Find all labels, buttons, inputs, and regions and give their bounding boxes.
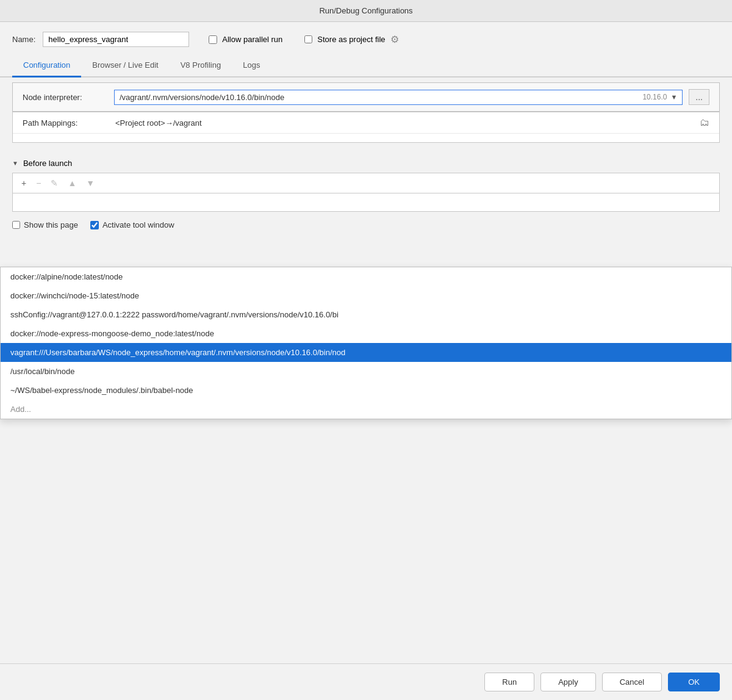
apply-button[interactable]: Apply <box>540 673 596 691</box>
dropdown-item-4[interactable]: vagrant:///Users/barbara/WS/node_express… <box>1 343 731 362</box>
activate-tool-window-label: Activate tool window <box>90 220 174 229</box>
store-as-project-label: Store as project file <box>317 35 385 44</box>
dropdown-item-0[interactable]: docker://alpine/node:latest/node <box>1 267 731 286</box>
activate-tool-window-checkbox[interactable] <box>90 221 99 229</box>
move-down-button[interactable]: ▼ <box>84 177 97 189</box>
show-this-page-checkbox[interactable] <box>12 221 20 229</box>
toolbar-row: + − ✎ ▲ ▼ <box>12 173 720 193</box>
store-as-project-group: Store as project file ⚙ <box>304 34 398 45</box>
allow-parallel-checkbox[interactable] <box>209 35 217 44</box>
run-button[interactable]: Run <box>484 673 534 691</box>
name-input[interactable] <box>43 32 189 47</box>
path-mappings-label: Path Mappings: <box>23 118 108 128</box>
folder-icon[interactable]: 🗂 <box>700 117 709 128</box>
before-launch-label: Before launch <box>23 159 72 168</box>
header-section: Name: Allow parallel run Store as projec… <box>0 22 732 54</box>
path-row: Path Mappings: 🗂 <box>13 112 719 134</box>
dropdown-item-5[interactable]: /usr/local/bin/node <box>1 362 731 381</box>
show-this-page-label: Show this page <box>12 220 78 229</box>
dropdown-item-3[interactable]: docker://node-express-mongoose-demo_node… <box>1 324 731 343</box>
interpreter-value: /vagrant/.nvm/versions/node/v10.16.0/bin… <box>120 93 642 102</box>
allow-parallel-group: Allow parallel run <box>209 35 282 44</box>
tab-v8-profiling[interactable]: V8 Profiling <box>170 54 232 78</box>
dialog-title: Run/Debug Configurations <box>319 6 412 15</box>
add-button[interactable]: + <box>19 177 29 189</box>
interpreter-select[interactable]: /vagrant/.nvm/versions/node/v10.16.0/bin… <box>114 90 683 105</box>
bottom-checkboxes: Show this page Activate tool window <box>0 212 732 238</box>
dropdown-arrow-icon: ▼ <box>670 93 677 101</box>
dropdown-overlay: docker://alpine/node:latest/node docker:… <box>0 267 732 419</box>
tabs-bar: Configuration Browser / Live Edit V8 Pro… <box>0 54 732 78</box>
before-launch-list <box>12 193 720 212</box>
ok-button[interactable]: OK <box>668 673 720 691</box>
dropdown-item-2[interactable]: sshConfig://vagrant@127.0.0.1:2222 passw… <box>1 305 731 324</box>
tab-browser-live-edit[interactable]: Browser / Live Edit <box>81 54 169 78</box>
interpreter-label: Node interpreter: <box>23 93 108 102</box>
gear-icon[interactable]: ⚙ <box>390 34 399 45</box>
cancel-button[interactable]: Cancel <box>602 673 662 691</box>
tab-logs[interactable]: Logs <box>232 54 271 78</box>
remove-button[interactable]: − <box>34 177 43 189</box>
interpreter-browse-button[interactable]: ... <box>689 89 709 105</box>
dialog: Run/Debug Configurations Name: Allow par… <box>0 0 732 700</box>
allow-parallel-label: Allow parallel run <box>222 35 282 44</box>
path-mappings-input[interactable] <box>115 118 692 128</box>
dropdown-item-6[interactable]: ~/WS/babel-express/node_modules/.bin/bab… <box>1 381 731 400</box>
path-mappings-section: Path Mappings: 🗂 <box>12 112 720 143</box>
before-launch-header: ▼ Before launch <box>12 159 720 168</box>
main-content: Node interpreter: /vagrant/.nvm/versions… <box>0 78 732 663</box>
edit-button[interactable]: ✎ <box>48 177 60 189</box>
footer: Run Apply Cancel OK <box>0 663 732 700</box>
title-bar: Run/Debug Configurations <box>0 0 732 22</box>
collapse-icon[interactable]: ▼ <box>12 160 18 167</box>
dropdown-item-add[interactable]: Add... <box>1 400 731 419</box>
store-as-project-checkbox[interactable] <box>304 35 312 43</box>
tab-configuration[interactable]: Configuration <box>12 54 81 78</box>
interpreter-version: 10.16.0 <box>642 93 667 101</box>
interpreter-container: Node interpreter: /vagrant/.nvm/versions… <box>12 82 720 112</box>
dropdown-item-1[interactable]: docker://winchci/node-15:latest/node <box>1 286 731 305</box>
move-up-button[interactable]: ▲ <box>65 177 79 189</box>
interpreter-row: Node interpreter: /vagrant/.nvm/versions… <box>23 89 709 105</box>
name-label: Name: <box>12 35 35 44</box>
before-launch-section: ▼ Before launch + − ✎ ▲ ▼ <box>12 159 720 212</box>
